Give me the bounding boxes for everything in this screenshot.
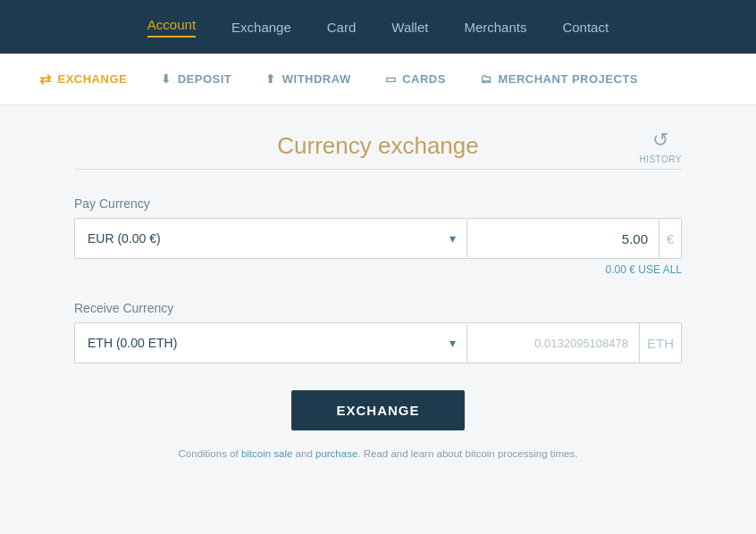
- subnav-withdraw[interactable]: ⬆ WITHDRAW: [253, 67, 363, 91]
- subnav-merchant-projects[interactable]: 🗂 MERCHANT PROJECTS: [467, 67, 651, 91]
- history-label: HISTORY: [639, 154, 682, 164]
- top-navigation: Account Exchange Card Wallet Merchants C…: [0, 0, 756, 54]
- use-all-link[interactable]: 0.00 € USE ALL: [606, 263, 682, 276]
- receive-currency-select-wrapper: ETH (0.00 ETH) EUR (0.00 €) BTC (0.00 BT…: [74, 322, 467, 363]
- receive-currency-symbol: ETH: [639, 323, 681, 363]
- divider: [74, 169, 682, 170]
- footer-prefix: Conditions of: [179, 448, 241, 459]
- nav-contact[interactable]: Contact: [562, 20, 609, 35]
- history-button[interactable]: ↺ HISTORY: [639, 129, 682, 164]
- pay-currency-row: EUR (0.00 €) BTC (0.00 BTC) ETH (0.00 ET…: [74, 218, 682, 259]
- nav-merchants[interactable]: Merchants: [464, 20, 526, 35]
- receive-currency-row: ETH (0.00 ETH) EUR (0.00 €) BTC (0.00 BT…: [74, 322, 682, 363]
- page-title: Currency exchange: [277, 132, 478, 160]
- pay-currency-label: Pay Currency: [74, 196, 682, 211]
- receive-currency-label: Receive Currency: [74, 301, 682, 315]
- pay-currency-select-wrapper: EUR (0.00 €) BTC (0.00 BTC) ETH (0.00 ET…: [74, 218, 467, 259]
- purchase-link[interactable]: purchase: [315, 448, 357, 459]
- nav-exchange[interactable]: Exchange: [231, 20, 291, 35]
- nav-account[interactable]: Account: [147, 17, 196, 38]
- main-content: Currency exchange ↺ HISTORY Pay Currency…: [56, 105, 700, 486]
- footer-note: Conditions of bitcoin sale and purchase.…: [74, 448, 682, 459]
- subnav-exchange[interactable]: ⇄ EXCHANGE: [27, 65, 139, 93]
- pay-currency-symbol: €: [659, 219, 681, 258]
- receive-currency-select[interactable]: ETH (0.00 ETH) EUR (0.00 €) BTC (0.00 BT…: [75, 323, 466, 363]
- use-all-row: 0.00 € USE ALL: [74, 263, 682, 276]
- exchange-icon: ⇄: [39, 71, 52, 88]
- pay-amount-input[interactable]: [467, 219, 659, 258]
- receive-amount-input[interactable]: [467, 323, 639, 363]
- footer-suffix: . Read and learn about bitcoin processin…: [357, 448, 577, 459]
- cards-icon: ▭: [385, 72, 397, 86]
- merchant-icon: 🗂: [480, 72, 492, 86]
- withdraw-icon: ⬆: [265, 72, 276, 86]
- nav-card[interactable]: Card: [327, 20, 357, 35]
- nav-wallet[interactable]: Wallet: [391, 20, 428, 35]
- history-icon: ↺: [652, 129, 668, 152]
- bitcoin-sale-link[interactable]: bitcoin sale: [241, 448, 293, 459]
- exchange-button-row: EXCHANGE: [74, 390, 682, 430]
- deposit-icon: ⬇: [161, 72, 172, 86]
- receive-amount-wrapper: ETH: [467, 322, 682, 363]
- subnav-cards[interactable]: ▭ CARDS: [373, 67, 458, 91]
- pay-amount-wrapper: €: [467, 218, 682, 259]
- receive-currency-section: Receive Currency ETH (0.00 ETH) EUR (0.0…: [74, 301, 682, 363]
- sub-navigation: ⇄ EXCHANGE ⬇ DEPOSIT ⬆ WITHDRAW ▭ CARDS …: [0, 54, 756, 105]
- page-header: Currency exchange ↺ HISTORY: [74, 132, 682, 160]
- footer-middle: and: [292, 448, 315, 459]
- exchange-button[interactable]: EXCHANGE: [291, 390, 464, 430]
- subnav-deposit[interactable]: ⬇ DEPOSIT: [148, 67, 244, 91]
- pay-currency-select[interactable]: EUR (0.00 €) BTC (0.00 BTC) ETH (0.00 ET…: [75, 219, 466, 258]
- pay-currency-section: Pay Currency EUR (0.00 €) BTC (0.00 BTC)…: [74, 196, 682, 276]
